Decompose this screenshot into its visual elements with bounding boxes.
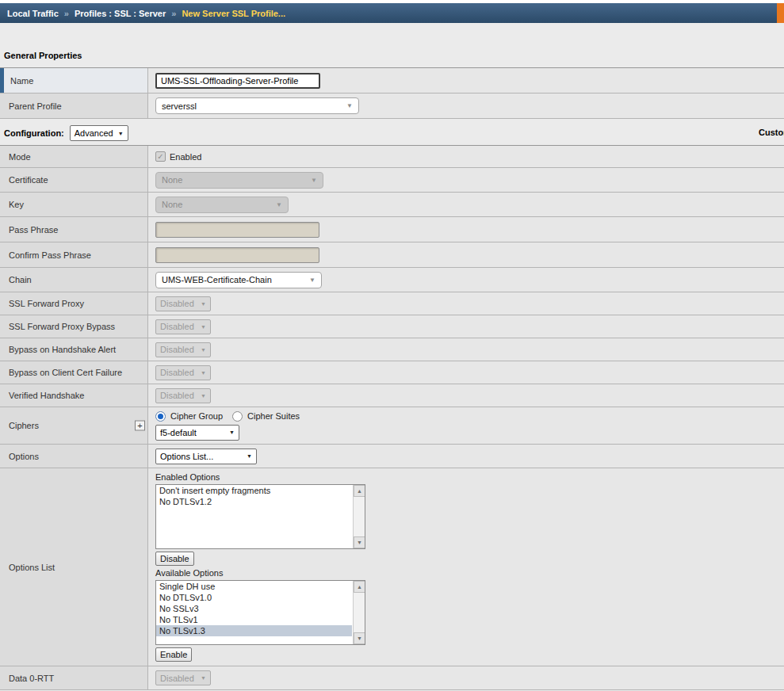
cipher-group-radio-label: Cipher Group bbox=[170, 411, 223, 421]
chevron-down-icon: ▼ bbox=[197, 301, 206, 307]
table-row: Key None ▼ bbox=[0, 193, 784, 217]
parent-profile-select[interactable]: serverssl ▼ bbox=[155, 97, 359, 114]
scroll-up-icon[interactable]: ▲ bbox=[354, 485, 365, 497]
table-row: Options Options List... ▼ bbox=[0, 445, 784, 468]
enabled-options-title: Enabled Options bbox=[155, 472, 220, 482]
scroll-up-icon[interactable]: ▲ bbox=[354, 581, 365, 593]
mode-label: Mode bbox=[0, 146, 148, 167]
breadcrumb-current-page: New Server SSL Profile... bbox=[182, 9, 285, 18]
options-label: Options bbox=[0, 445, 148, 468]
table-row: Bypass on Client Cert Failure Disabled ▼ bbox=[0, 361, 784, 384]
confirm-pass-phrase-input bbox=[155, 247, 319, 263]
available-options-title: Available Options bbox=[155, 568, 223, 578]
ssl-forward-proxy-select: Disabled ▼ bbox=[155, 296, 211, 311]
breadcrumb-separator-icon: » bbox=[171, 9, 176, 18]
list-item[interactable]: No TLSv1 bbox=[156, 614, 352, 625]
name-label: Name bbox=[0, 68, 148, 93]
name-input[interactable] bbox=[155, 73, 320, 89]
pass-phrase-label: Pass Phrase bbox=[0, 217, 148, 242]
chain-select[interactable]: UMS-WEB-Certificate-Chain ▼ bbox=[155, 272, 322, 288]
verified-handshake-label: Verified Handshake bbox=[0, 384, 148, 407]
data-0rtt-select: Disabled ▼ bbox=[155, 670, 211, 685]
ssl-forward-proxy-bypass-select: Disabled ▼ bbox=[155, 319, 211, 334]
ciphers-expander-button[interactable]: + bbox=[135, 421, 145, 431]
certificate-select: None ▼ bbox=[155, 172, 323, 189]
enable-button[interactable]: Enable bbox=[155, 647, 192, 662]
topbar-orange-accent bbox=[777, 3, 784, 23]
breadcrumb: Local Traffic » Profiles : SSL : Server … bbox=[0, 3, 784, 23]
table-row: Confirm Pass Phrase bbox=[0, 242, 784, 268]
confirm-pass-phrase-label: Confirm Pass Phrase bbox=[0, 242, 148, 267]
list-item-selected[interactable]: No TLSv1.3 bbox=[156, 625, 352, 636]
data-0rtt-label: Data 0-RTT bbox=[0, 666, 148, 689]
table-row: Certificate None ▼ bbox=[0, 168, 784, 193]
breadcrumb-profiles-ssl-server[interactable]: Profiles : SSL : Server bbox=[75, 9, 166, 18]
pass-phrase-input bbox=[155, 222, 319, 238]
cipher-suites-radio[interactable] bbox=[232, 411, 243, 422]
chevron-down-icon: ▼ bbox=[242, 453, 252, 459]
bypass-client-cert-failure-select: Disabled ▼ bbox=[155, 365, 211, 380]
mode-checkbox: ✓ bbox=[155, 151, 166, 162]
disable-button[interactable]: Disable bbox=[155, 552, 194, 566]
chevron-down-icon: ▼ bbox=[197, 393, 206, 399]
list-item[interactable]: Don't insert empty fragments bbox=[156, 485, 352, 496]
general-properties-table: Name Parent Profile serverssl ▼ bbox=[0, 67, 784, 119]
cipher-group-radio[interactable] bbox=[155, 411, 166, 422]
chevron-down-icon: ▼ bbox=[197, 370, 206, 376]
table-row: Verified Handshake Disabled ▼ bbox=[0, 384, 784, 407]
chevron-down-icon: ▼ bbox=[113, 131, 124, 136]
chevron-down-icon: ▼ bbox=[309, 277, 316, 284]
configuration-label: Configuration: bbox=[4, 128, 64, 138]
options-select[interactable]: Options List... ▼ bbox=[155, 449, 257, 464]
list-item[interactable]: No SSLv3 bbox=[156, 603, 352, 614]
ciphers-label: Ciphers + bbox=[0, 407, 148, 444]
key-select: None ▼ bbox=[155, 197, 289, 213]
table-row: Parent Profile serverssl ▼ bbox=[0, 94, 784, 119]
custom-column-label: Custom bbox=[759, 128, 784, 137]
chevron-down-icon: ▼ bbox=[276, 201, 282, 208]
chevron-down-icon: ▼ bbox=[346, 102, 353, 109]
list-item[interactable]: Single DH use bbox=[156, 581, 352, 592]
table-row: Data 0-RTT Disabled ▼ bbox=[0, 666, 784, 690]
configuration-table: Mode ✓ Enabled Certificate None ▼ Key No… bbox=[0, 145, 784, 690]
verified-handshake-select: Disabled ▼ bbox=[155, 388, 211, 403]
table-row: Bypass on Handshake Alert Disabled ▼ bbox=[0, 338, 784, 361]
list-item[interactable]: No DTLSv1.0 bbox=[156, 592, 352, 603]
scroll-down-icon[interactable]: ▼ bbox=[354, 632, 365, 644]
options-list-label: Options List bbox=[0, 468, 148, 666]
breadcrumb-separator-icon: » bbox=[64, 9, 69, 18]
table-row: Name bbox=[0, 68, 784, 94]
cipher-suites-radio-label: Cipher Suites bbox=[247, 411, 300, 421]
bypass-handshake-alert-label: Bypass on Handshake Alert bbox=[0, 338, 148, 361]
scroll-down-icon[interactable]: ▼ bbox=[354, 536, 365, 548]
ssl-forward-proxy-bypass-label: SSL Forward Proxy Bypass bbox=[0, 315, 148, 338]
bypass-handshake-alert-select: Disabled ▼ bbox=[155, 342, 211, 357]
table-row: Chain UMS-WEB-Certificate-Chain ▼ bbox=[0, 268, 784, 292]
parent-profile-label: Parent Profile bbox=[0, 94, 148, 118]
table-row: SSL Forward Proxy Bypass Disabled ▼ bbox=[0, 315, 784, 338]
list-item[interactable]: No DTLSv1.2 bbox=[156, 496, 352, 507]
table-row: Pass Phrase bbox=[0, 217, 784, 242]
chevron-down-icon: ▼ bbox=[197, 675, 206, 681]
available-options-listbox[interactable]: Single DH use No DTLSv1.0 No SSLv3 No TL… bbox=[155, 580, 365, 645]
breadcrumb-local-traffic[interactable]: Local Traffic bbox=[7, 9, 59, 18]
chevron-down-icon: ▼ bbox=[224, 429, 235, 435]
chain-label: Chain bbox=[0, 268, 148, 292]
enabled-options-listbox[interactable]: Don't insert empty fragments No DTLSv1.2… bbox=[155, 484, 365, 549]
table-row: SSL Forward Proxy Disabled ▼ bbox=[0, 292, 784, 315]
configuration-bar: Configuration: Advanced ▼ Custom bbox=[0, 123, 784, 143]
bypass-client-cert-failure-label: Bypass on Client Cert Failure bbox=[0, 361, 148, 384]
chevron-down-icon: ▼ bbox=[197, 324, 206, 330]
mode-checkbox-label: Enabled bbox=[170, 152, 201, 162]
certificate-label: Certificate bbox=[0, 168, 148, 192]
ssl-forward-proxy-label: SSL Forward Proxy bbox=[0, 292, 148, 315]
cipher-group-select[interactable]: f5-default ▼ bbox=[155, 425, 239, 441]
scrollbar[interactable]: ▲ ▼ bbox=[353, 581, 365, 644]
table-row: Mode ✓ Enabled bbox=[0, 146, 784, 168]
table-row: Options List Enabled Options Don't inser… bbox=[0, 468, 784, 666]
general-properties-title: General Properties bbox=[4, 51, 82, 60]
scrollbar[interactable]: ▲ ▼ bbox=[353, 485, 365, 548]
table-row: Ciphers + Cipher Group Cipher Suites f5-… bbox=[0, 407, 784, 445]
configuration-mode-select[interactable]: Advanced ▼ bbox=[70, 125, 128, 141]
chevron-down-icon: ▼ bbox=[197, 347, 206, 353]
